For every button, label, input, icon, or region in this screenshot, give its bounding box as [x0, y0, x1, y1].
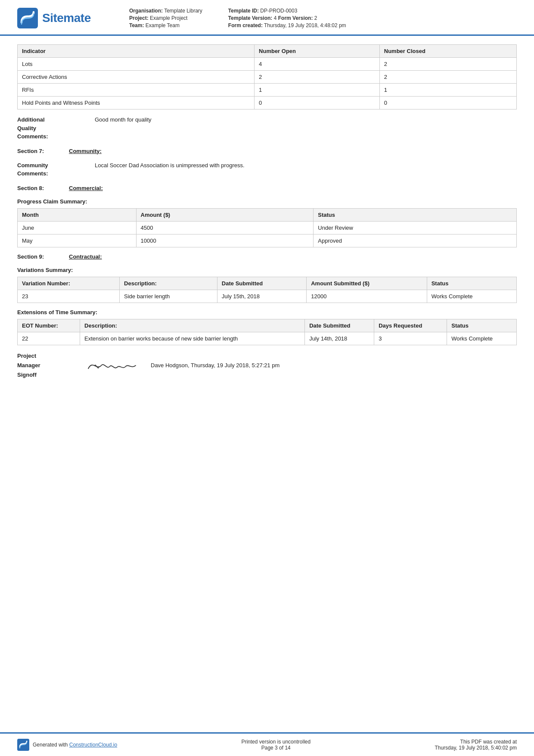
progress-month: May [18, 234, 137, 247]
eot-col-description: Description: [80, 319, 305, 332]
signature-svg [86, 353, 138, 377]
signoff-label: ProjectManagerSignoff [17, 351, 73, 380]
progress-status: Under Review [314, 221, 517, 234]
form-created-line: Form created: Thursday, 19 July 2018, 4:… [228, 22, 346, 28]
progress-month: June [18, 221, 137, 234]
footer-center-line2: Page 3 of 14 [241, 745, 310, 751]
indicator-closed: 1 [379, 84, 516, 97]
additional-quality-label: AdditionalQualityComments: [17, 116, 95, 141]
indicator-closed: 0 [379, 97, 516, 109]
eot-title: Extensions of Time Summary: [17, 309, 517, 316]
eot-days: 3 [374, 332, 447, 345]
signoff-row: ProjectManagerSignoff Dave Hodgson, Thur… [17, 351, 517, 380]
variations-table: Variation Number: Description: Date Subm… [17, 277, 517, 303]
community-comments-value: Local Soccer Dad Association is unimpres… [95, 161, 517, 178]
footer-left: Generated with ConstructionCloud.io [17, 739, 117, 751]
progress-amount: 4500 [136, 221, 314, 234]
indicator-closed: 2 [379, 71, 516, 84]
section9-title: Contractual: [69, 253, 102, 260]
footer: Generated with ConstructionCloud.io Prin… [0, 732, 534, 756]
indicator-name: Lots [18, 58, 255, 71]
logo-area: Sitemate [17, 8, 112, 28]
table-row: Lots 4 2 [18, 58, 517, 71]
indicator-open: 1 [255, 84, 380, 97]
indicators-col-closed: Number Closed [379, 45, 516, 58]
template-version-line: Template Version: 4 Form Version: 2 [228, 15, 346, 21]
section8-heading: Section 8: Commercial: [17, 185, 517, 191]
var-col-description: Description: [120, 277, 217, 290]
var-col-date: Date Submitted [217, 277, 306, 290]
indicator-name: RFIs [18, 84, 255, 97]
progress-status: Approved [314, 234, 517, 247]
var-col-status: Status [427, 277, 516, 290]
indicator-name: Hold Points and Witness Points [18, 97, 255, 109]
var-number: 23 [18, 290, 120, 303]
progress-claim-table: Month Amount ($) Status June 4500 Under … [17, 208, 517, 247]
table-row: RFIs 1 1 [18, 84, 517, 97]
section8-title: Commercial: [69, 185, 103, 191]
eot-status: Works Complete [447, 332, 517, 345]
signoff-text: Dave Hodgson, Thursday, 19 July 2018, 5:… [151, 361, 279, 370]
footer-right: This PDF was created at Thursday, 19 Jul… [435, 739, 517, 751]
community-comments-row: CommunityComments: Local Soccer Dad Asso… [17, 161, 517, 178]
footer-logo-icon [17, 739, 29, 751]
indicator-closed: 2 [379, 58, 516, 71]
table-row: Hold Points and Witness Points 0 0 [18, 97, 517, 109]
eot-table: EOT Number: Description: Date Submitted … [17, 319, 517, 345]
community-comments-label: CommunityComments: [17, 161, 95, 178]
footer-center-line1: Printed version is uncontrolled [241, 739, 310, 745]
var-status: Works Complete [427, 290, 516, 303]
header: Sitemate Organisation: Template Library … [0, 0, 534, 36]
eot-number: 22 [18, 332, 80, 345]
team-line: Team: Example Team [129, 22, 202, 28]
header-meta-left: Organisation: Template Library Project: … [129, 8, 202, 28]
variations-title: Variations Summary: [17, 267, 517, 273]
progress-amount: 10000 [136, 234, 314, 247]
eot-col-number: EOT Number: [18, 319, 80, 332]
footer-link[interactable]: ConstructionCloud.io [69, 742, 117, 748]
template-id-line: Template ID: DP-PROD-0003 [228, 8, 346, 14]
indicator-open: 2 [255, 71, 380, 84]
content: Indicator Number Open Number Closed Lots… [0, 36, 534, 732]
logo-text: Sitemate [42, 11, 91, 25]
indicator-name: Corrective Actions [18, 71, 255, 84]
progress-col-amount: Amount ($) [136, 208, 314, 221]
footer-right-line2: Thursday, 19 July 2018, 5:40:02 pm [435, 745, 517, 751]
section7-heading: Section 7: Community: [17, 148, 517, 154]
indicators-table: Indicator Number Open Number Closed Lots… [17, 44, 517, 109]
var-amount: 12000 [307, 290, 427, 303]
var-description: Side barrier length [120, 290, 217, 303]
footer-center: Printed version is uncontrolled Page 3 o… [241, 739, 310, 751]
header-meta: Organisation: Template Library Project: … [112, 8, 517, 28]
section9-heading: Section 9: Contractual: [17, 253, 517, 260]
section7-title: Community: [69, 148, 102, 154]
additional-quality-value: Good month for quality [95, 116, 517, 141]
header-meta-right: Template ID: DP-PROD-0003 Template Versi… [228, 8, 346, 28]
signature-image [86, 353, 138, 377]
sitemate-logo-icon [17, 8, 38, 28]
table-row: June 4500 Under Review [18, 221, 517, 234]
footer-generated-text: Generated with ConstructionCloud.io [33, 742, 117, 748]
var-col-amount: Amount Submitted ($) [307, 277, 427, 290]
eot-description: Extension on barrier works because of ne… [80, 332, 305, 345]
footer-right-line1: This PDF was created at [435, 739, 517, 745]
indicators-col-open: Number Open [255, 45, 380, 58]
section9-number: Section 9: [17, 253, 60, 260]
table-row: 23 Side barrier length July 15th, 2018 1… [18, 290, 517, 303]
progress-col-month: Month [18, 208, 137, 221]
table-row: Corrective Actions 2 2 [18, 71, 517, 84]
additional-quality-row: AdditionalQualityComments: Good month fo… [17, 116, 517, 141]
indicator-open: 0 [255, 97, 380, 109]
var-col-number: Variation Number: [18, 277, 120, 290]
org-line: Organisation: Template Library [129, 8, 202, 14]
progress-col-status: Status [314, 208, 517, 221]
project-line: Project: Example Project [129, 15, 202, 21]
page: Sitemate Organisation: Template Library … [0, 0, 534, 756]
eot-col-days: Days Requested [374, 319, 447, 332]
eot-col-date: Date Submitted [305, 319, 374, 332]
indicator-open: 4 [255, 58, 380, 71]
section7-number: Section 7: [17, 148, 60, 154]
progress-claim-title: Progress Claim Summary: [17, 198, 517, 205]
eot-col-status: Status [447, 319, 517, 332]
table-row: May 10000 Approved [18, 234, 517, 247]
